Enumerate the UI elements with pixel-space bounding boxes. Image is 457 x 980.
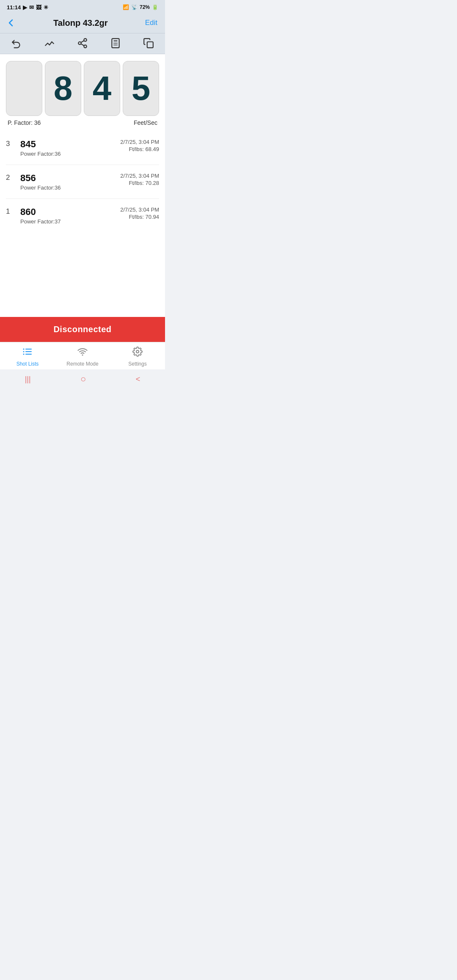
status-right: 📶 📡 72% 🔋 — [123, 4, 158, 10]
svg-rect-7 — [114, 43, 115, 44]
shot-list: 3 845 Power Factor:36 2/7/25, 3:04 PM Ft… — [0, 131, 165, 232]
status-left: 11:14 ▶ ✉ 🖼 ✳ — [7, 4, 48, 11]
shot-lists-icon — [22, 347, 33, 359]
digit-2: 4 — [93, 72, 112, 105]
wifi-icon: 📶 — [123, 4, 129, 10]
svg-rect-10 — [114, 44, 115, 45]
svg-rect-12 — [116, 44, 117, 45]
shot-ftlbs: Ft/lbs: 70.94 — [120, 214, 159, 220]
unit-label: Feet/Sec — [134, 119, 157, 126]
svg-line-3 — [81, 44, 84, 46]
nav-bar: Talonp 43.2gr Edit — [0, 14, 165, 33]
content: 8 4 5 P. Factor: 36 Feet/Sec 3 8 — [0, 54, 165, 388]
calculator-icon[interactable] — [110, 38, 121, 49]
content-spacer — [0, 232, 165, 317]
digit-1: 8 — [54, 72, 73, 105]
svg-rect-8 — [115, 43, 116, 44]
shot-lists-label: Shot Lists — [17, 361, 39, 367]
svg-point-17 — [23, 349, 25, 350]
shot-velocity: 860 — [20, 206, 61, 217]
toolbar — [0, 33, 165, 54]
speed-meta: P. Factor: 36 Feet/Sec — [6, 116, 159, 131]
battery-icon: 🔋 — [152, 4, 158, 10]
back-button[interactable] — [6, 18, 16, 28]
shot-velocity: 845 — [20, 139, 61, 150]
page: 11:14 ▶ ✉ 🖼 ✳ 📶 📡 72% 🔋 Talonp 43.2gr Ed… — [0, 0, 165, 388]
signal-icon: 📡 — [131, 4, 138, 10]
copy-icon[interactable] — [143, 38, 154, 49]
nav-shot-lists[interactable]: Shot Lists — [0, 347, 55, 367]
svg-rect-9 — [116, 43, 117, 44]
svg-point-2 — [84, 45, 87, 48]
shot-pf: Power Factor:36 — [20, 151, 61, 157]
shot-ftlbs: Ft/lbs: 70.28 — [120, 180, 159, 186]
shot-number: 2 — [6, 173, 13, 182]
svg-point-0 — [84, 39, 87, 41]
digit-tile-0 — [6, 61, 42, 116]
digit-tile-3: 5 — [123, 61, 159, 116]
trend-icon[interactable] — [44, 38, 55, 49]
shot-data: 860 Power Factor:37 — [20, 206, 61, 225]
status-bar: 11:14 ▶ ✉ 🖼 ✳ 📶 📡 72% 🔋 — [0, 0, 165, 14]
shot-right: 2/7/25, 3:04 PM Ft/lbs: 68.49 — [120, 139, 159, 152]
android-home-button[interactable]: ○ — [80, 374, 86, 385]
shot-row: 2 856 Power Factor:36 2/7/25, 3:04 PM Ft… — [6, 165, 159, 199]
speed-tiles: 8 4 5 — [6, 61, 159, 116]
image-icon: 🖼 — [36, 4, 41, 11]
shot-velocity: 856 — [20, 173, 61, 184]
svg-point-1 — [78, 42, 81, 45]
svg-rect-11 — [115, 44, 116, 45]
battery-display: 72% — [140, 4, 150, 10]
nav-settings[interactable]: Settings — [110, 347, 165, 367]
shot-row: 1 860 Power Factor:37 2/7/25, 3:04 PM Ft… — [6, 199, 159, 232]
svg-rect-13 — [147, 42, 153, 48]
shot-number: 1 — [6, 206, 13, 216]
shot-left: 1 860 Power Factor:37 — [6, 206, 61, 225]
settings-icon — [132, 347, 143, 359]
android-menu-button[interactable]: ||| — [25, 375, 31, 384]
digit-tile-2: 4 — [84, 61, 120, 116]
shot-ftlbs: Ft/lbs: 68.49 — [120, 146, 159, 152]
email-icon: ✉ — [29, 4, 34, 11]
shot-pf: Power Factor:37 — [20, 218, 61, 225]
remote-mode-label: Remote Mode — [66, 361, 98, 367]
shot-timestamp: 2/7/25, 3:04 PM — [120, 173, 159, 179]
svg-point-20 — [82, 355, 83, 356]
speed-display: 8 4 5 P. Factor: 36 Feet/Sec — [0, 54, 165, 131]
youtube-icon: ▶ — [23, 4, 27, 11]
remote-mode-icon — [77, 347, 88, 359]
shot-timestamp: 2/7/25, 3:04 PM — [120, 206, 159, 213]
android-nav: ||| ○ < — [0, 369, 165, 388]
bottom-nav: Shot Lists Remote Mode — [0, 342, 165, 369]
share-icon[interactable] — [77, 38, 88, 49]
svg-point-21 — [136, 350, 139, 353]
settings-label: Settings — [128, 361, 146, 367]
shot-row: 3 845 Power Factor:36 2/7/25, 3:04 PM Ft… — [6, 131, 159, 165]
shot-timestamp: 2/7/25, 3:04 PM — [120, 139, 159, 145]
shot-right: 2/7/25, 3:04 PM Ft/lbs: 70.94 — [120, 206, 159, 220]
shot-data: 845 Power Factor:36 — [20, 139, 61, 157]
disconnected-banner: Disconnected — [0, 317, 165, 342]
shot-left: 2 856 Power Factor:36 — [6, 173, 61, 191]
android-back-button[interactable]: < — [136, 375, 140, 384]
nav-remote-mode[interactable]: Remote Mode — [55, 347, 110, 367]
shot-left: 3 845 Power Factor:36 — [6, 139, 61, 157]
digit-0 — [19, 72, 29, 105]
shot-data: 856 Power Factor:36 — [20, 173, 61, 191]
shot-right: 2/7/25, 3:04 PM Ft/lbs: 70.28 — [120, 173, 159, 186]
shot-pf: Power Factor:36 — [20, 184, 61, 191]
time-display: 11:14 — [7, 4, 21, 11]
digit-tile-1: 8 — [45, 61, 81, 116]
shot-number: 3 — [6, 139, 13, 148]
page-title: Talonp 43.2gr — [53, 18, 108, 28]
power-factor-label: P. Factor: 36 — [8, 119, 41, 126]
digit-3: 5 — [132, 72, 151, 105]
undo-icon[interactable] — [11, 38, 22, 49]
svg-line-4 — [81, 41, 84, 42]
svg-point-19 — [23, 354, 25, 355]
edit-button[interactable]: Edit — [145, 19, 157, 27]
svg-point-18 — [23, 351, 25, 352]
notification-icon: ✳ — [44, 4, 48, 11]
